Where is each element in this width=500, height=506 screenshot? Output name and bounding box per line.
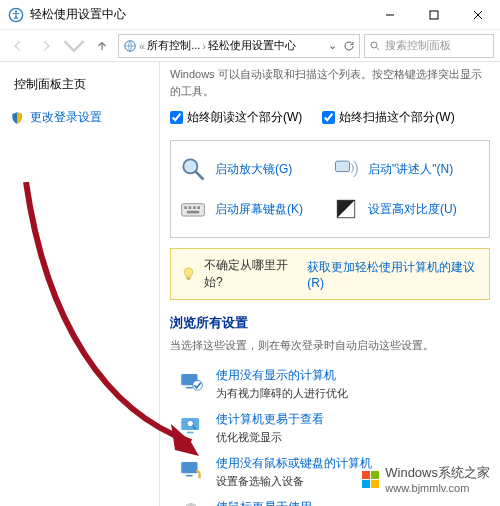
contrast-icon (332, 195, 360, 223)
setting-desc: 设置备选输入设备 (216, 474, 484, 489)
magnifier-icon (179, 155, 207, 183)
breadcrumb-sep: › (202, 40, 206, 52)
window-titlebar: 轻松使用设置中心 (0, 0, 500, 30)
svg-rect-10 (193, 206, 196, 209)
display-icon (176, 411, 206, 445)
body-wrap: 控制面板主页 更改登录设置 Windows 可以自动读取和扫描这个列表。按空格键… (0, 62, 500, 506)
close-button[interactable] (456, 0, 500, 30)
svg-rect-9 (189, 206, 192, 209)
set-high-contrast[interactable]: 设置高对比度(U) (330, 189, 483, 229)
window-title: 轻松使用设置中心 (30, 6, 368, 23)
control-panel-icon (123, 39, 137, 53)
sidebar-item-login[interactable]: 更改登录设置 (8, 105, 151, 130)
suggestion-link[interactable]: 获取更加轻松使用计算机的建议(R) (307, 259, 479, 290)
address-bar: « 所有控制... › 轻松使用设置中心 ⌄ 搜索控制面板 (0, 30, 500, 62)
svg-point-20 (187, 420, 194, 427)
lightbulb-icon (181, 266, 196, 282)
control-panel-home-link[interactable]: 控制面板主页 (8, 76, 151, 93)
svg-rect-2 (430, 11, 438, 19)
launch-onscreen-keyboard[interactable]: 启动屏幕键盘(K) (177, 189, 330, 229)
path-dropdown-icon[interactable]: ⌄ (328, 39, 337, 52)
checkbox-label: 始终朗读这个部分(W) (187, 109, 302, 126)
sidebar-item-label: 更改登录设置 (30, 109, 102, 126)
alt-input-icon (176, 455, 206, 489)
search-icon (369, 40, 381, 52)
suggestion-question: 不确定从哪里开始? (204, 257, 299, 291)
mouse-icon (176, 499, 206, 506)
svg-point-1 (15, 10, 17, 12)
svg-rect-6 (336, 161, 350, 172)
checkbox-row: 始终朗读这个部分(W) 始终扫描这个部分(W) (170, 109, 490, 126)
breadcrumb-path[interactable]: « 所有控制... › 轻松使用设置中心 ⌄ (118, 34, 360, 58)
quick-label: 启动屏幕键盘(K) (215, 201, 303, 218)
forward-button[interactable] (34, 34, 58, 58)
svg-point-4 (371, 42, 377, 48)
svg-rect-19 (187, 432, 194, 434)
svg-rect-22 (186, 475, 193, 477)
setting-desc: 优化视觉显示 (216, 430, 484, 445)
always-read-checkbox[interactable]: 始终朗读这个部分(W) (170, 109, 302, 126)
setting-title: 使用没有鼠标或键盘的计算机 (216, 455, 484, 472)
maximize-button[interactable] (412, 0, 456, 30)
up-button[interactable] (90, 34, 114, 58)
sidebar: 控制面板主页 更改登录设置 (0, 62, 160, 506)
search-placeholder: 搜索控制面板 (385, 38, 451, 53)
always-scan-checkbox[interactable]: 始终扫描这个部分(W) (322, 109, 454, 126)
osk-icon (179, 195, 207, 223)
svg-point-17 (193, 380, 203, 390)
setting-title: 使计算机更易于查看 (216, 411, 484, 428)
svg-rect-8 (184, 206, 187, 209)
quick-tools-box: 启动放大镜(G) 启动"讲述人"(N) 启动屏幕键盘(K) 设置高对比度(U) (170, 140, 490, 238)
setting-title: 使用没有显示的计算机 (216, 367, 484, 384)
setting-easier-to-see[interactable]: 使计算机更易于查看优化视觉显示 (170, 407, 490, 449)
setting-no-mouse-keyboard[interactable]: 使用没有鼠标或键盘的计算机设置备选输入设备 (170, 451, 490, 493)
launch-magnifier[interactable]: 启动放大镜(G) (177, 149, 330, 189)
setting-mouse-easier[interactable]: 使鼠标更易于使用调整鼠标或其他指针设备的设置 (170, 495, 490, 506)
shield-icon (10, 111, 24, 125)
minimize-button[interactable] (368, 0, 412, 30)
svg-rect-11 (197, 206, 200, 209)
breadcrumb-item-1[interactable]: 所有控制... (147, 38, 200, 53)
settings-list: 使用没有显示的计算机为有视力障碍的人进行优化 使计算机更易于查看优化视觉显示 使… (170, 363, 490, 506)
svg-rect-14 (187, 278, 191, 280)
search-input[interactable]: 搜索控制面板 (364, 34, 494, 58)
back-button[interactable] (6, 34, 30, 58)
intro-description: Windows 可以自动读取和扫描这个列表。按空格键选择突出显示的工具。 (170, 66, 490, 99)
quick-label: 启动放大镜(G) (215, 161, 292, 178)
browse-subtitle: 当选择这些设置，则在每次登录时自动启动这些设置。 (170, 338, 490, 353)
breadcrumb-item-2[interactable]: 轻松使用设置中心 (208, 38, 296, 53)
breadcrumb-sep: « (139, 40, 145, 52)
checkbox-label: 始终扫描这个部分(W) (339, 109, 454, 126)
svg-rect-12 (187, 211, 199, 214)
history-dropdown-icon[interactable] (62, 34, 86, 58)
svg-rect-21 (181, 462, 197, 473)
setting-no-display[interactable]: 使用没有显示的计算机为有视力障碍的人进行优化 (170, 363, 490, 405)
svg-rect-16 (186, 387, 193, 389)
suggestion-bar: 不确定从哪里开始? 获取更加轻松使用计算机的建议(R) (170, 248, 490, 300)
launch-narrator[interactable]: 启动"讲述人"(N) (330, 149, 483, 189)
narrator-icon (332, 155, 360, 183)
browse-title: 浏览所有设置 (170, 314, 490, 332)
quick-label: 启动"讲述人"(N) (368, 161, 453, 178)
refresh-icon[interactable] (343, 40, 355, 52)
checkbox-input[interactable] (322, 111, 335, 124)
svg-point-5 (183, 159, 197, 173)
setting-desc: 为有视力障碍的人进行优化 (216, 386, 484, 401)
svg-rect-7 (182, 204, 205, 216)
checkbox-input[interactable] (170, 111, 183, 124)
main-content: Windows 可以自动读取和扫描这个列表。按空格键选择突出显示的工具。 始终朗… (160, 62, 500, 506)
quick-label: 设置高对比度(U) (368, 201, 457, 218)
ease-of-access-icon (8, 7, 24, 23)
no-display-icon (176, 367, 206, 401)
setting-title: 使鼠标更易于使用 (216, 499, 484, 506)
